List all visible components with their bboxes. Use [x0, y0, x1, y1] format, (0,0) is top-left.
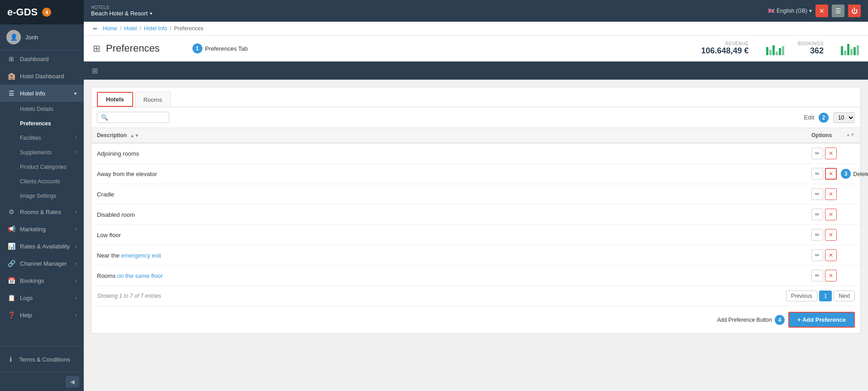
delete-button[interactable]: ✕	[825, 270, 837, 281]
sidebar-item-bookings[interactable]: 📅 Bookings ›	[0, 272, 84, 289]
bookings-icon: 📅	[7, 277, 15, 284]
dashboard-icon: ⊞	[7, 55, 15, 62]
hotel-label: HOTELS:	[91, 5, 152, 10]
help-icon: ❓	[7, 311, 15, 319]
sidebar-label-logs: Logs	[20, 295, 71, 301]
notification-badge: 4	[42, 8, 51, 17]
edit-button[interactable]: ✏	[811, 209, 823, 220]
step-badge-2: 2	[819, 113, 829, 123]
search-box[interactable]: 🔍	[97, 112, 169, 123]
sidebar-item-rooms-rates[interactable]: ⚙ Rooms & Rates ›	[0, 203, 84, 220]
options-cell: ✏ ✕ 3 Delete	[806, 164, 860, 184]
search-input[interactable]	[111, 114, 165, 121]
add-preference-area: Add Preference Button 4 + Add Preference	[91, 306, 860, 333]
delete-button[interactable]: ✕	[825, 229, 837, 241]
description-cell: Cradle	[91, 184, 806, 205]
power-button[interactable]: ⏻	[848, 5, 861, 17]
previous-button[interactable]: Previous	[786, 291, 817, 301]
content-header: ⊞ Preferences 1 Preferences Tab REVENUE …	[84, 36, 868, 62]
close-button[interactable]: ✕	[815, 5, 828, 17]
breadcrumb-hotel[interactable]: Hotel	[124, 25, 137, 32]
sidebar-item-marketing[interactable]: 📢 Marketing ›	[0, 220, 84, 238]
sidebar-item-hotel-dashboard[interactable]: 🏨 Hotel Dashboard	[0, 67, 84, 85]
sidebar-sub-product-categories[interactable]: Product Categories	[0, 160, 84, 174]
sidebar-item-channel-manager[interactable]: 🔗 Channel Manager ›	[0, 255, 84, 272]
marketing-arrow: ›	[75, 227, 77, 232]
delete-button[interactable]: ✕	[825, 148, 837, 159]
delete-button[interactable]: ✕	[825, 249, 837, 261]
page-1-button[interactable]: 1	[819, 291, 832, 301]
options-cell: ✏ ✕	[806, 143, 860, 164]
edit-button[interactable]: ✏	[811, 168, 823, 180]
revenue-value: 106.648,49 €	[701, 46, 749, 56]
language-selector[interactable]: 🇬🇧 English (GB) ▾	[768, 8, 812, 14]
edit-button[interactable]: ✏	[811, 229, 823, 241]
bookings-arrow: ›	[75, 278, 77, 283]
edit-button[interactable]: ✏	[811, 270, 823, 281]
sidebar-sub-supplements[interactable]: Supplements ›	[0, 145, 84, 160]
sidebar-sub-clients-accounts[interactable]: Clients Accounts	[0, 174, 84, 189]
help-arrow: ›	[75, 313, 77, 318]
breadcrumb-hotel-info[interactable]: Hotel Info	[144, 25, 167, 32]
sidebar-item-rates-availability[interactable]: 📊 Rates & Availability ›	[0, 238, 84, 255]
next-button[interactable]: Next	[834, 291, 855, 301]
entries-select[interactable]: 10 25 50	[833, 112, 855, 123]
right-controls: Edit 2 10 25 50	[804, 112, 855, 123]
user-profile[interactable]: 👤 Jonh	[0, 24, 84, 50]
revenue-stat: REVENUE 106.648,49 €	[701, 41, 749, 56]
delete-button[interactable]: ✕	[825, 188, 837, 200]
annotation-3-label: Delete	[853, 171, 868, 177]
rooms-rates-icon: ⚙	[7, 208, 15, 215]
page-title: Preferences	[106, 43, 160, 54]
sidebar-sub-hotels-details[interactable]: Hotels Details	[0, 102, 84, 116]
username: Jonh	[25, 34, 38, 41]
sidebar-footer: ℹ Terms & Conditions	[0, 346, 84, 372]
action-btns: ✏ ✕	[811, 229, 855, 241]
edit-button[interactable]: ✏	[811, 148, 823, 159]
annotation-4-label: Add Preference Button	[717, 317, 772, 323]
sidebar-label-help: Help	[20, 312, 71, 319]
sidebar-item-hotel-info[interactable]: ☰ Hotel Info ▾	[0, 85, 84, 102]
step-badge-3: 3	[841, 169, 851, 179]
sidebar-label-rooms-rates: Rooms & Rates	[20, 209, 71, 215]
delete-button[interactable]: ✕	[825, 209, 837, 220]
breadcrumb-home[interactable]: Home	[103, 25, 117, 32]
edit-button[interactable]: ✏	[811, 188, 823, 200]
table-icon[interactable]: ⊞	[88, 63, 101, 79]
options-cell: ✏ ✕	[806, 245, 860, 266]
sidebar-item-terms[interactable]: ℹ Terms & Conditions	[6, 352, 77, 367]
options-cell: ✏ ✕	[806, 266, 860, 286]
sidebar-item-logs[interactable]: 📋 Logs ›	[0, 289, 84, 306]
tab-hotels[interactable]: Hotels	[97, 92, 133, 107]
rates-icon: 📊	[7, 243, 15, 250]
tab-rooms[interactable]: Rooms	[135, 92, 171, 107]
edit-button[interactable]: ✏	[811, 249, 823, 261]
sidebar-sub-facilities[interactable]: Facilities ›	[0, 131, 84, 145]
sidebar-collapse[interactable]: ◀	[0, 372, 84, 391]
sidebar-label-terms: Terms & Conditions	[19, 356, 77, 363]
description-cell: Away from the elevator	[91, 164, 806, 184]
add-preference-button[interactable]: + Add Preference	[788, 312, 855, 328]
hotel-name: Beach Hotel & Resort ▾	[91, 10, 152, 17]
sidebar: e-GDS 4 👤 Jonh ⊞ Dashboard 🏨 Hotel Dashb…	[0, 0, 84, 391]
channel-icon: 🔗	[7, 260, 15, 267]
logo-text: e-GDS	[7, 6, 38, 18]
delete-button-highlighted[interactable]: ✕	[825, 168, 837, 180]
sidebar-item-dashboard[interactable]: ⊞ Dashboard	[0, 50, 84, 67]
table-controls: 🔍 Edit 2 10 25 50	[91, 107, 860, 128]
sidebar-item-help[interactable]: ❓ Help ›	[0, 306, 84, 324]
action-btns: ✏ ✕	[811, 148, 855, 159]
sidebar-label-dashboard: Dashboard	[20, 56, 77, 62]
sidebar-sub-image-settings[interactable]: Image Settings	[0, 189, 84, 203]
options-cell: ✏ ✕	[806, 205, 860, 225]
revenue-chart	[766, 42, 784, 55]
sidebar-sub-preferences[interactable]: Preferences	[0, 116, 84, 131]
table-row: Near the emergency exit ✏ ✕	[91, 245, 860, 266]
action-btns: ✏ ✕	[811, 209, 855, 220]
collapse-button[interactable]: ◀	[66, 376, 79, 387]
description-cell: Low floor	[91, 225, 806, 245]
sidebar-label-marketing: Marketing	[20, 226, 71, 233]
menu-button[interactable]: ☰	[832, 5, 844, 17]
bookings-value: 362	[798, 46, 824, 56]
revenue-label: REVENUE	[701, 41, 749, 46]
